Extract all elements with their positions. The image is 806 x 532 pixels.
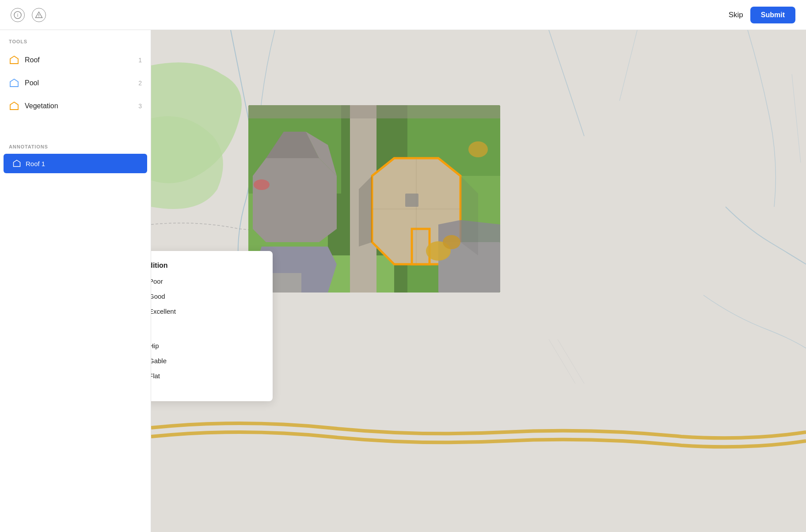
condition-popup: Condition Poor Good Excellent Type [151,251,273,401]
pool-number: 2 [138,80,142,87]
condition-excellent-label: Excellent [151,308,176,315]
vegetation-label: Vegetation [25,102,58,110]
svg-marker-7 [14,160,20,167]
type-hip-label: Hip [151,342,159,350]
condition-poor-label: Poor [151,277,163,285]
sidebar-item-roof[interactable]: Roof 1 [0,49,151,72]
svg-rect-26 [405,194,418,207]
vegetation-number: 3 [138,103,142,110]
svg-point-37 [254,179,270,190]
type-title: Type [151,326,260,334]
svg-rect-19 [248,105,500,118]
condition-radio-group: Poor Good Excellent [151,277,260,315]
sidebar: TOOLS Roof 1 Pool 2 Vegetation 3 [0,30,151,532]
header: i Skip Submit [0,0,806,30]
sidebar-item-vegetation[interactable]: Vegetation 3 [0,95,151,118]
svg-marker-4 [10,56,18,64]
vegetation-icon [9,101,19,111]
type-gable[interactable]: Gable [151,356,260,365]
alert-icon[interactable] [32,8,46,22]
type-gable-label: Gable [151,357,167,365]
condition-good[interactable]: Good [151,292,260,300]
aerial-image [248,105,500,293]
svg-point-3 [38,16,39,17]
type-radio-group: Hip Gable Flat [151,341,260,380]
svg-marker-27 [253,158,337,242]
annotation-roof1-label: Roof 1 [26,160,45,167]
info-icon[interactable]: i [11,8,25,22]
type-flat[interactable]: Flat [151,371,260,380]
roof-number: 1 [138,57,142,64]
svg-marker-22 [412,229,430,264]
roof-icon [9,55,19,65]
condition-title: Condition [151,262,260,270]
roof-label: Roof [25,56,40,64]
condition-good-label: Good [151,293,165,300]
aerial-photo [248,105,500,293]
svg-point-35 [443,235,460,249]
svg-point-36 [468,141,488,157]
condition-poor[interactable]: Poor [151,277,260,285]
annotations-section-label: ANNOTATIONS [0,135,151,154]
tools-section-label: TOOLS [0,30,151,49]
condition-excellent[interactable]: Excellent [151,307,260,315]
annotation-roof1[interactable]: Roof 1 [4,154,147,173]
header-right: Skip Submit [729,7,795,23]
submit-button[interactable]: Submit [750,7,795,23]
pool-label: Pool [25,79,39,87]
map-area[interactable]: Condition Poor Good Excellent Type [151,30,806,532]
sidebar-item-pool[interactable]: Pool 2 [0,72,151,95]
pool-icon [9,78,19,88]
svg-marker-6 [10,102,18,110]
svg-marker-5 [10,79,18,87]
svg-text:i: i [17,12,18,18]
header-left: i [11,8,46,22]
type-flat-label: Flat [151,372,160,380]
type-hip[interactable]: Hip [151,341,260,350]
annotation-roof1-icon [12,159,21,168]
skip-button[interactable]: Skip [729,11,743,19]
